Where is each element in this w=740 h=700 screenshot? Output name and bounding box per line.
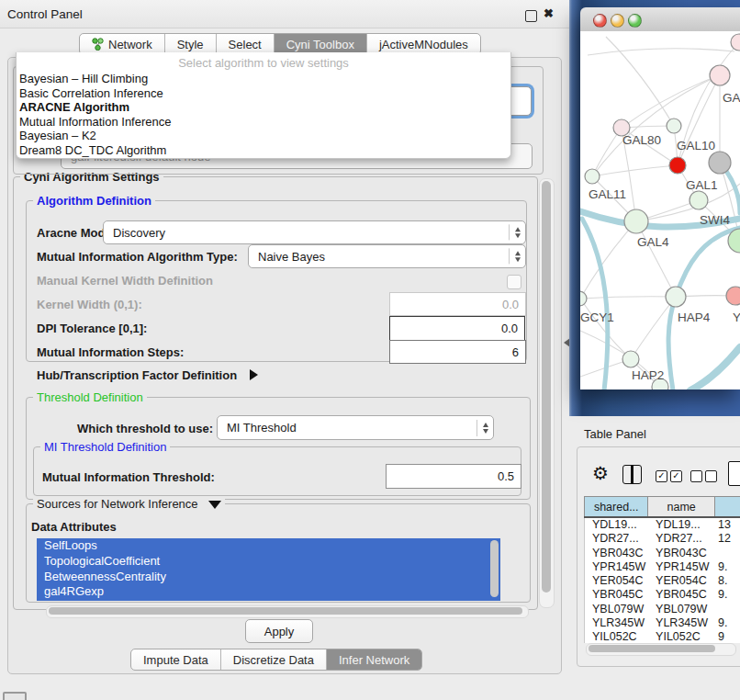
gray-node[interactable] (709, 152, 731, 174)
hub-definition-expander[interactable]: Hub/Transcription Factor Definition (37, 368, 258, 382)
which-threshold-combo[interactable]: MI Threshold (217, 415, 494, 440)
sources-collapse-toggle[interactable]: Sources for Network Inference (33, 497, 225, 511)
attribute-item[interactable]: gal4RGexp (37, 584, 500, 600)
table-row[interactable]: YER054CYER054C8. (585, 574, 740, 588)
table-horizontal-scrollbar[interactable] (586, 643, 736, 656)
algorithm-option[interactable]: Dream8 DC_TDC Algorithm (17, 143, 510, 158)
settings-vertical-scrollbar-thumb[interactable] (542, 181, 551, 593)
minimize-traffic-light[interactable] (611, 14, 624, 28)
table-row[interactable]: YDR27...YDR27...12 (585, 532, 740, 546)
table-cell: YBR045C (648, 588, 714, 602)
columns-icon[interactable] (622, 465, 642, 484)
mi-threshold-input[interactable]: 0.5 (386, 464, 521, 489)
table-cell: YER054C (648, 574, 714, 588)
attribute-item[interactable]: BetweennessCentrality (37, 570, 500, 585)
manual-kernel-checkbox[interactable] (507, 275, 521, 289)
tab-style[interactable]: Style (164, 34, 216, 54)
tab-impute-data[interactable]: Impute Data (131, 649, 220, 670)
top-pink-node[interactable] (710, 65, 730, 85)
network-edge[interactable] (592, 165, 678, 176)
column-header[interactable] (714, 497, 740, 516)
gal4-node[interactable] (624, 209, 648, 233)
tab-network[interactable]: Network (80, 34, 164, 54)
tab-discretize-data[interactable]: Discretize Data (220, 649, 326, 670)
network-edge[interactable] (588, 49, 734, 55)
algorithm-dropdown-list: Bayesian – Hill ClimbingBasic Correlatio… (17, 72, 510, 158)
node-label: SWI4 (700, 213, 730, 227)
mi-steps-value: 6 (512, 345, 519, 359)
table-row[interactable]: YPR145WYPR145W9. (585, 560, 740, 574)
table-row[interactable]: YDL19...YDL19...13 (585, 518, 740, 532)
column-header[interactable]: shared... (584, 497, 647, 516)
gear-icon[interactable]: ⚙ (592, 462, 609, 484)
algorithm-option[interactable]: Bayesian – Hill Climbing (17, 72, 510, 86)
close-panel-button[interactable]: ✖ (544, 6, 554, 20)
gal11-node[interactable] (585, 169, 600, 184)
right-salmon-node[interactable] (726, 287, 740, 305)
document-icon[interactable] (728, 461, 740, 486)
algorithm-option[interactable]: Bayesian – K2 (17, 129, 510, 143)
kernel-width-input[interactable]: 0.0 (389, 292, 526, 316)
network-edge[interactable] (580, 297, 676, 299)
network-edge[interactable] (636, 221, 676, 297)
settings-horizontal-scrollbar-thumb[interactable] (49, 607, 522, 615)
table-horizontal-scrollbar-thumb[interactable] (589, 645, 715, 652)
gal1-node[interactable] (690, 191, 708, 209)
minimized-panel-icon[interactable] (3, 692, 27, 700)
zoom-traffic-light[interactable] (628, 14, 642, 28)
hap4-node[interactable] (666, 287, 686, 307)
table-row[interactable]: YBL079WYBL079W (585, 603, 740, 616)
gcy1-node[interactable] (580, 291, 587, 306)
network-window-titlebar[interactable] (580, 7, 740, 32)
aracne-mode-combo[interactable]: Discovery (103, 220, 526, 244)
screen: { "control_panel": { "title": "Control P… (0, 0, 740, 700)
close-traffic-light[interactable] (593, 14, 607, 28)
table-cell: 12 (714, 532, 740, 546)
attribute-item[interactable]: TopologicalCoefficient (37, 554, 500, 570)
which-threshold-label: Which threshold to use: (77, 422, 213, 435)
table-cell: YDR27... (585, 532, 648, 546)
node-label: GAL (723, 91, 740, 105)
tab-select[interactable]: Select (216, 34, 274, 54)
network-edge[interactable] (606, 37, 674, 126)
tab-infer-network[interactable]: Infer Network (326, 649, 421, 670)
algorithm-option[interactable]: Mutual Information Inference (17, 115, 510, 130)
deselect-all-icon[interactable] (690, 470, 717, 482)
select-all-icon[interactable]: ✓✓ (656, 470, 682, 482)
mi-threshold-value: 0.5 (498, 469, 514, 483)
network-edge-highlighted[interactable] (582, 219, 608, 390)
node-label: GAL10 (677, 139, 715, 152)
top-green-node[interactable] (667, 119, 681, 133)
tab-cyni-toolbox[interactable]: Cyni Toolbox (274, 34, 366, 54)
tab-label: jActiveMNodules (379, 38, 468, 51)
column-header[interactable]: name (647, 497, 713, 516)
tab-jactivemnodules[interactable]: jActiveMNodules (366, 34, 480, 54)
node-label: GAL80 (622, 133, 661, 147)
data-attributes-list[interactable]: SelfLoopsTopologicalCoefficientBetweenne… (37, 538, 500, 601)
mi-type-combo[interactable]: Naive Bayes (248, 244, 526, 268)
columns-icon-divider (631, 466, 633, 483)
network-window[interactable]: GAL80GAL10GALGAL11GAL1SWI4GAL4GCY1HAP4YH… (580, 7, 740, 390)
apply-button[interactable]: Apply (245, 619, 313, 643)
network-view[interactable]: GAL80GAL10GALGAL11GAL1SWI4GAL4GCY1HAP4YH… (580, 31, 740, 390)
table-row[interactable]: YBR043CYBR043C (585, 547, 740, 560)
table-row[interactable]: YIL052CYIL052C9 (585, 630, 740, 643)
algorithm-dropdown: Select algorithm to view settings Bayesi… (16, 52, 511, 159)
attributes-scrollbar-thumb[interactable] (490, 540, 499, 597)
attribute-item[interactable]: SelfLoops (37, 538, 500, 554)
settings-horizontal-scrollbar[interactable] (46, 605, 529, 618)
dpi-tolerance-input[interactable]: 0.0 (389, 316, 525, 341)
table-row[interactable]: YBR045CYBR045C9. (585, 588, 740, 602)
network-edge-highlighted[interactable] (690, 347, 740, 390)
algorithm-option[interactable]: ARACNE Algorithm (17, 100, 510, 115)
table-row[interactable]: YLR345WYLR345W9. (585, 616, 740, 630)
float-window-button[interactable] (525, 10, 537, 22)
network-canvas[interactable]: GAL80GAL10GALGAL11GAL1SWI4GAL4GCY1HAP4YH… (580, 31, 740, 390)
mi-steps-input[interactable]: 6 (389, 340, 526, 364)
algorithm-option[interactable]: Basic Correlation Inference (17, 86, 510, 101)
settings-vertical-scrollbar[interactable] (539, 178, 555, 608)
red-node[interactable] (669, 157, 686, 174)
network-edge-highlighted[interactable] (668, 228, 740, 390)
hap2-node[interactable] (622, 351, 639, 367)
corner-pink-node[interactable] (731, 34, 740, 51)
